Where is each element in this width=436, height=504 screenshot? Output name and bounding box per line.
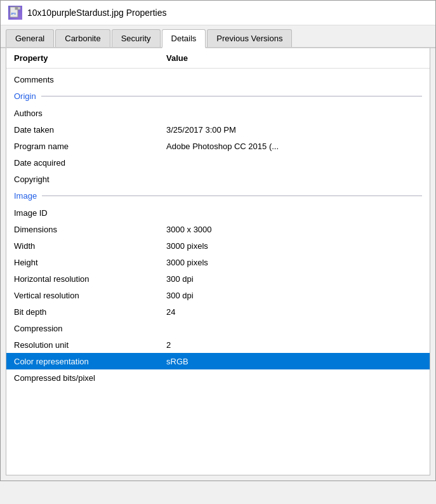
table-row[interactable]: Horizontal resolution 300 dpi xyxy=(6,270,430,287)
prop-value-color-representation: sRGB xyxy=(166,357,422,366)
svg-rect-1 xyxy=(15,7,18,10)
prop-name-dimensions: Dimensions xyxy=(14,225,166,234)
prop-value-bit-depth: 24 xyxy=(166,307,422,317)
prop-name-color-representation: Color representation xyxy=(14,357,166,366)
table-row[interactable]: Compression xyxy=(6,320,430,336)
prop-name-compressed-bits: Compressed bits/pixel xyxy=(14,373,166,383)
prop-value-date-taken: 3/25/2017 3:00 PM xyxy=(166,125,422,135)
prop-name-authors: Authors xyxy=(14,109,166,118)
table-row-selected[interactable]: Color representation sRGB xyxy=(6,353,430,369)
section-divider xyxy=(41,96,422,96)
tab-bar: General Carbonite Security Details Previ… xyxy=(1,25,435,48)
table-row[interactable]: Authors xyxy=(6,105,430,121)
prop-value-dimensions: 3000 x 3000 xyxy=(166,225,422,234)
prop-value-width: 3000 pixels xyxy=(166,241,422,251)
table-row[interactable]: Compressed bits/pixel xyxy=(6,369,430,386)
table-row[interactable]: Resolution unit 2 xyxy=(6,336,430,353)
prop-value-vertical-resolution: 300 dpi xyxy=(166,291,422,300)
tab-details[interactable]: Details xyxy=(162,29,206,48)
tab-general[interactable]: General xyxy=(6,29,54,47)
section-origin-label: Origin xyxy=(14,91,36,101)
tab-security[interactable]: Security xyxy=(112,29,161,47)
section-image-label: Image xyxy=(14,191,37,201)
title-bar: JPG 10x10purpleStardust.jpg Properties xyxy=(1,1,435,25)
tab-carbonite[interactable]: Carbonite xyxy=(55,29,110,47)
table-row[interactable]: Image ID xyxy=(6,204,430,221)
prop-name-resolution-unit: Resolution unit xyxy=(14,340,166,350)
table-row[interactable]: Comments xyxy=(6,71,430,88)
table-row[interactable]: Copyright xyxy=(6,171,430,187)
table-row[interactable]: Dimensions 3000 x 3000 xyxy=(6,221,430,237)
prop-name-date-acquired: Date acquired xyxy=(14,158,166,168)
section-origin: Origin xyxy=(6,88,430,105)
table-row[interactable]: Bit depth 24 xyxy=(6,303,430,320)
scroll-area[interactable]: Comments Origin Authors Date taken 3/25/… xyxy=(6,69,430,475)
section-image: Image xyxy=(6,187,430,204)
window-title: 10x10purpleStardust.jpg Properties xyxy=(27,8,166,18)
table-header: Property Value xyxy=(6,48,430,69)
svg-text:JPG: JPG xyxy=(11,12,16,15)
prop-name-height: Height xyxy=(14,258,166,267)
section-divider xyxy=(42,196,422,196)
column-header-value: Value xyxy=(166,53,422,63)
table-row[interactable]: Program name Adobe Photoshop CC 2015 (..… xyxy=(6,138,430,154)
svg-rect-4 xyxy=(18,7,20,10)
prop-name-comments: Comments xyxy=(14,75,166,84)
prop-name-horizontal-resolution: Horizontal resolution xyxy=(14,274,166,284)
table-row[interactable]: Height 3000 pixels xyxy=(6,254,430,270)
file-icon: JPG xyxy=(8,6,22,20)
table-row[interactable]: Vertical resolution 300 dpi xyxy=(6,287,430,303)
table-row[interactable]: Date acquired xyxy=(6,154,430,171)
prop-name-vertical-resolution: Vertical resolution xyxy=(14,291,166,300)
prop-value-horizontal-resolution: 300 dpi xyxy=(166,274,422,284)
prop-name-date-taken: Date taken xyxy=(14,125,166,135)
prop-value-resolution-unit: 2 xyxy=(166,340,422,350)
prop-name-compression: Compression xyxy=(14,324,166,333)
table-row[interactable]: Width 3000 pixels xyxy=(6,237,430,254)
prop-value-height: 3000 pixels xyxy=(166,258,422,267)
prop-name-bit-depth: Bit depth xyxy=(14,307,166,317)
table-row[interactable]: Date taken 3/25/2017 3:00 PM xyxy=(6,121,430,138)
prop-name-width: Width xyxy=(14,241,166,251)
prop-name-image-id: Image ID xyxy=(14,208,166,218)
prop-value-program-name: Adobe Photoshop CC 2015 (... xyxy=(166,142,422,151)
table-body: Comments Origin Authors Date taken 3/25/… xyxy=(6,69,430,388)
tab-previous-versions[interactable]: Previous Versions xyxy=(207,29,292,47)
properties-window: JPG 10x10purpleStardust.jpg Properties G… xyxy=(0,0,436,481)
content-panel: Property Value Comments Origin Authors xyxy=(6,48,430,475)
column-header-property: Property xyxy=(14,53,166,63)
prop-name-copyright: Copyright xyxy=(14,175,166,184)
prop-name-program-name: Program name xyxy=(14,142,166,151)
